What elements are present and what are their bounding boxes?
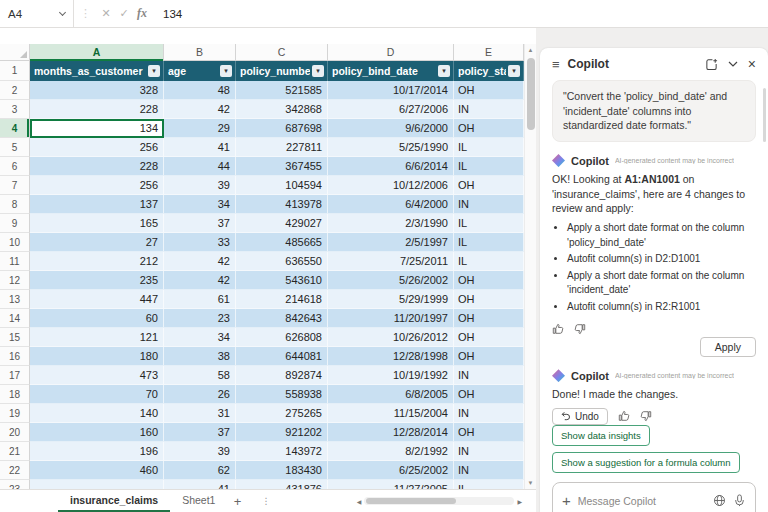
grid-cell[interactable]: 29	[164, 119, 236, 138]
grid-cell[interactable]: 143972	[236, 442, 328, 461]
grid-cell[interactable]: 44	[164, 157, 236, 176]
grid-cell[interactable]: 62	[164, 461, 236, 480]
row-number[interactable]: 9	[0, 214, 30, 233]
table-header-cell[interactable]: policy_bind_date ▾	[328, 61, 454, 81]
grid-cell[interactable]: 121	[30, 328, 164, 347]
row-number[interactable]: 14	[0, 309, 30, 328]
grid-cell[interactable]: IL	[454, 214, 524, 233]
grid-cell[interactable]: OH	[454, 290, 524, 309]
grid-cell[interactable]: 42	[164, 252, 236, 271]
menu-icon[interactable]: ≡	[552, 57, 560, 72]
grid-cell[interactable]: 5/25/1990	[328, 138, 454, 157]
grid-cell[interactable]: 485665	[236, 233, 328, 252]
row-number[interactable]: 17	[0, 366, 30, 385]
suggestion-chip[interactable]: Show data insights	[552, 425, 650, 446]
grid-cell[interactable]: 6/4/2000	[328, 195, 454, 214]
grid-cell[interactable]: 413978	[236, 195, 328, 214]
grid-cell[interactable]: 921202	[236, 423, 328, 442]
formula-bar-value[interactable]: 134	[163, 8, 182, 20]
grid-cell[interactable]: 431876	[236, 480, 328, 489]
grid-cell[interactable]: 256	[30, 176, 164, 195]
grid-cell[interactable]: 214618	[236, 290, 328, 309]
grid-cell[interactable]: 227811	[236, 138, 328, 157]
row-number[interactable]: 23	[0, 480, 30, 489]
column-header[interactable]: B	[164, 44, 236, 61]
grid-cell[interactable]	[30, 480, 164, 489]
grid-cell[interactable]: IN	[454, 461, 524, 480]
grid-cell[interactable]: IN	[454, 404, 524, 423]
column-header[interactable]: D	[328, 44, 454, 61]
grid-cell[interactable]: OH	[454, 176, 524, 195]
grid-cell[interactable]: 27	[30, 233, 164, 252]
add-sheet-button[interactable]: +	[227, 491, 247, 512]
grid-cell[interactable]: 2/5/1997	[328, 233, 454, 252]
grid-cell[interactable]: 160	[30, 423, 164, 442]
grid-cell[interactable]: 12/28/1998	[328, 347, 454, 366]
grid-cell[interactable]: 41	[164, 480, 236, 489]
grid-cell[interactable]: IL	[454, 480, 524, 489]
vertical-scrollbar-thumb[interactable]	[527, 58, 535, 130]
grid-cell[interactable]: 7/25/2011	[328, 252, 454, 271]
grid-cell[interactable]: IL	[454, 252, 524, 271]
row-number[interactable]: 18	[0, 385, 30, 404]
grid-cell[interactable]: 460	[30, 461, 164, 480]
grid-cell[interactable]: 137	[30, 195, 164, 214]
row-number[interactable]: 1	[0, 61, 30, 81]
grid-cell[interactable]: 48	[164, 81, 236, 100]
grid-cell[interactable]: 10/17/2014	[328, 81, 454, 100]
grid-cell[interactable]: 183430	[236, 461, 328, 480]
grid-cell[interactable]: 6/27/2006	[328, 100, 454, 119]
grid-cell[interactable]: 34	[164, 328, 236, 347]
horizontal-scrollbar-thumb[interactable]	[366, 498, 456, 504]
suggestion-chip[interactable]: Show a suggestion for a formula column	[552, 452, 740, 473]
apply-button[interactable]: Apply	[700, 337, 756, 357]
table-header-cell[interactable]: age ▾	[164, 61, 236, 81]
row-number[interactable]: 16	[0, 347, 30, 366]
filter-icon[interactable]: ▾	[220, 65, 232, 77]
grid-cell[interactable]: 644081	[236, 347, 328, 366]
scroll-up-icon[interactable]: ▲	[528, 44, 534, 56]
row-number[interactable]: 4	[0, 119, 30, 138]
grid-cell[interactable]: 212	[30, 252, 164, 271]
grid-cell[interactable]: IL	[454, 233, 524, 252]
panel-scrollbar-thumb[interactable]	[763, 88, 766, 142]
grid-cell[interactable]: 473	[30, 366, 164, 385]
grid-cell[interactable]: IL	[454, 157, 524, 176]
filter-icon[interactable]: ▾	[312, 65, 324, 77]
grid-cell[interactable]: 10/26/2012	[328, 328, 454, 347]
microphone-icon[interactable]	[733, 494, 746, 507]
grid-cell[interactable]: 10/19/1992	[328, 366, 454, 385]
grid-cell[interactable]: OH	[454, 119, 524, 138]
grid-cell[interactable]: 228	[30, 157, 164, 176]
grid-cell[interactable]: 342868	[236, 100, 328, 119]
grid-cell[interactable]: 543610	[236, 271, 328, 290]
grid-cell[interactable]: 31	[164, 404, 236, 423]
sheet-tab[interactable]: insurance_claims	[58, 490, 170, 512]
column-header[interactable]: E	[454, 44, 524, 61]
grid-cell[interactable]: 11/27/2005	[328, 480, 454, 489]
grid-cell[interactable]: 687698	[236, 119, 328, 138]
row-number[interactable]: 8	[0, 195, 30, 214]
grid-cell[interactable]: IN	[454, 195, 524, 214]
filter-icon[interactable]: ▾	[508, 65, 520, 77]
filter-icon[interactable]: ▾	[438, 65, 450, 77]
grid-cell[interactable]: 140	[30, 404, 164, 423]
grid-cell[interactable]: OH	[454, 309, 524, 328]
grid-cell[interactable]: 37	[164, 214, 236, 233]
cancel-entry-icon[interactable]: ✕	[97, 7, 115, 20]
grid-cell[interactable]: IN	[454, 442, 524, 461]
grid-cell[interactable]: 12/28/2014	[328, 423, 454, 442]
grid-cell[interactable]: 70	[30, 385, 164, 404]
cell-range-reference[interactable]: A1:AN1001	[624, 173, 679, 185]
grid-cell[interactable]: 521585	[236, 81, 328, 100]
select-all-corner[interactable]	[0, 44, 30, 60]
grid-cell[interactable]: 134	[30, 119, 164, 138]
grid-cell[interactable]: 328	[30, 81, 164, 100]
row-number[interactable]: 3	[0, 100, 30, 119]
undo-button[interactable]: Undo	[552, 408, 608, 425]
row-number[interactable]: 7	[0, 176, 30, 195]
grid-cell[interactable]: 636550	[236, 252, 328, 271]
row-number[interactable]: 6	[0, 157, 30, 176]
grid-cell[interactable]: 228	[30, 100, 164, 119]
close-icon[interactable]: ×	[748, 57, 756, 71]
